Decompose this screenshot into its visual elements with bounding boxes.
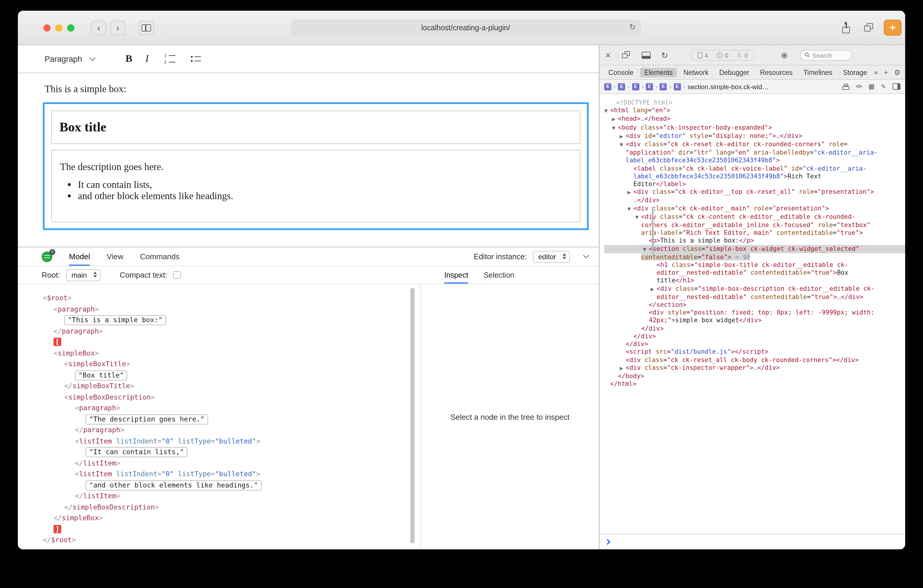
sidebar-toggle-button[interactable] — [139, 21, 154, 35]
model-tree-node[interactable]: <simpleBoxDescription> — [43, 391, 409, 402]
model-tree-scrollbar[interactable] — [411, 287, 415, 547]
back-button[interactable]: ‹ — [91, 21, 107, 35]
dom-tree-node[interactable]: <div style="position: fixed; top: 0px; l… — [604, 309, 905, 317]
dom-tree-node[interactable]: Editor</label> — [604, 180, 905, 188]
model-tree-node[interactable]: </paragraph> — [43, 424, 409, 435]
devtools-tab-elements[interactable]: Elements — [640, 67, 677, 77]
detach-devtools-icon[interactable] — [621, 51, 631, 59]
simple-box-title-field[interactable]: Box title — [51, 110, 580, 144]
expanded-arrow-icon[interactable]: ▼ — [604, 107, 610, 115]
bulleted-list-button[interactable] — [191, 56, 201, 62]
editor-instance-select[interactable]: editor — [533, 251, 570, 263]
editor-list-item[interactable]: It can contain lists, — [78, 179, 580, 191]
dom-tree-node[interactable]: </body> — [604, 372, 905, 380]
editor-list-item[interactable]: and other block elements like headings. — [78, 191, 580, 202]
issues-count[interactable]: i 0 — [716, 51, 728, 59]
dom-tree-node[interactable]: ▼<div class="ck ck-content ck-editor__ed… — [604, 213, 905, 221]
address-bar[interactable]: localhost/creating-a-plugin/ ↻ — [290, 20, 641, 36]
dom-tree-node[interactable]: ▼<div class="ck ck-editor__main" role="p… — [604, 204, 905, 213]
compact-text-checkbox[interactable] — [173, 271, 181, 279]
simple-box-description-field[interactable]: The description goes here. It can contai… — [51, 150, 580, 222]
resource-count[interactable]: 4 — [697, 51, 708, 59]
inspector-tab-view[interactable]: View — [107, 247, 123, 266]
more-tabs-icon[interactable]: » — [874, 68, 878, 76]
dom-tree-node[interactable]: corners ck-editor__editable_inline ck-fo… — [604, 221, 905, 229]
element-badge-icon[interactable]: E — [618, 83, 625, 90]
collapsed-arrow-icon[interactable]: ▶ — [627, 189, 633, 196]
paragraph-dropdown[interactable]: Paragraph — [44, 54, 95, 63]
dom-tree-node[interactable]: aria-label="Rich Text Editor, main" cont… — [604, 229, 905, 237]
pane-tab-inspect[interactable]: Inspect — [444, 266, 468, 284]
devtools-tab-storage[interactable]: Storage — [839, 67, 871, 77]
breadcrumb-current[interactable]: section.simple-box.ck-wid… — [688, 83, 769, 90]
dom-tree-node[interactable]: contenteditable="false"> = $0 — [604, 253, 905, 261]
devtools-reload-icon[interactable]: ↻ — [661, 50, 668, 60]
box-title-text[interactable]: Box title — [52, 120, 107, 135]
settings-gear-icon[interactable]: ⚙ — [894, 68, 900, 76]
expanded-arrow-icon[interactable]: ▼ — [627, 205, 633, 213]
dom-tree-node[interactable]: ▼<section class="simple-box ck-widget ck… — [604, 245, 905, 253]
element-badge-icon[interactable]: E — [604, 83, 611, 90]
model-tree-node[interactable]: [ — [43, 337, 409, 348]
model-tree-node[interactable]: "It can contain lists," — [43, 447, 409, 458]
tab-overview-button[interactable] — [861, 21, 877, 35]
devtools-search-field[interactable]: Search — [800, 50, 852, 60]
element-badge-icon[interactable]: E — [673, 83, 681, 90]
dom-tree-node[interactable]: <h1 class="simple-box-title ck-editor__e… — [604, 261, 905, 269]
model-tree-node[interactable]: <paragraph> — [43, 402, 409, 414]
collapse-inspector-icon[interactable] — [583, 252, 589, 258]
share-button[interactable] — [839, 21, 854, 35]
add-tab-icon[interactable]: + — [884, 68, 888, 76]
brush-icon[interactable]: ✎ — [881, 83, 886, 90]
collapsed-arrow-icon[interactable]: ▶ — [650, 285, 657, 293]
model-tree-node[interactable]: <listItem listIndent="0" listType="bulle… — [43, 468, 409, 480]
collapsed-arrow-icon[interactable]: ▶ — [620, 133, 626, 140]
dom-tree-node[interactable]: "application" dir="ltr" lang="en" aria-l… — [604, 149, 905, 156]
model-tree-node[interactable]: "This is a simple box:" — [43, 315, 409, 325]
dom-tree-node[interactable]: ▶<div class="ck-inspector-wrapper">…</di… — [604, 363, 905, 372]
root-select[interactable]: main — [66, 269, 100, 281]
model-tree-node[interactable]: <paragraph> — [43, 304, 409, 315]
expanded-arrow-icon[interactable]: ▼ — [612, 124, 618, 132]
collapsed-arrow-icon[interactable]: ▶ — [612, 116, 618, 123]
grid-icon[interactable]: ▦ — [868, 83, 875, 90]
scrollbar-thumb[interactable] — [411, 288, 414, 544]
model-tree-node[interactable]: "and other block elements like headings.… — [43, 480, 409, 491]
dom-tree-node[interactable]: ▶<div id="editor" style="display: none;"… — [604, 132, 905, 140]
model-tree-node[interactable]: </paragraph> — [43, 325, 409, 337]
model-tree-node[interactable]: </simpleBox> — [43, 512, 409, 524]
dom-tree-node[interactable]: </html> — [604, 380, 905, 388]
dom-tree-node[interactable]: …</div> — [604, 197, 905, 204]
inspector-tab-commands[interactable]: Commands — [140, 247, 180, 266]
reload-icon[interactable]: ↻ — [629, 23, 636, 31]
dom-tree-node[interactable]: ▶<div class="simple-box-description ck-e… — [604, 284, 905, 293]
quick-console[interactable] — [599, 534, 905, 549]
code-icon[interactable]: </> — [856, 84, 862, 89]
dom-tree-node[interactable]: <label class="ck ck-label ck-voice-label… — [604, 164, 905, 172]
close-devtools-button[interactable]: × — [605, 50, 611, 60]
dom-tree-node[interactable]: 42px;">simple box widget</div> — [604, 317, 905, 324]
model-tree-node[interactable]: </$root> — [43, 534, 409, 545]
new-tab-button[interactable]: + — [884, 20, 902, 36]
devtools-tab-debugger[interactable]: Debugger — [715, 67, 754, 77]
model-tree-node[interactable]: </simpleBoxTitle> — [43, 381, 409, 391]
dom-tree-node[interactable]: <p>This is a simple box:</p> — [604, 237, 905, 245]
expanded-arrow-icon[interactable]: ▼ — [635, 214, 641, 221]
bold-button[interactable]: B — [125, 53, 132, 65]
dom-tree-node[interactable]: editor__nested-editable" contenteditable… — [604, 293, 905, 301]
expanded-arrow-icon[interactable]: ▼ — [620, 141, 626, 149]
dom-tree-node[interactable]: ▶<head>…</head> — [604, 115, 905, 123]
model-tree-node[interactable]: ] — [43, 524, 409, 534]
devtools-tab-network[interactable]: Network — [679, 67, 713, 77]
dom-tree-node[interactable]: ▼<html lang="en"> — [604, 107, 905, 115]
collapsed-arrow-icon[interactable]: ▶ — [620, 364, 626, 372]
dom-tree-node[interactable]: label_e63cbbfece34c53ce23501062343f49b8"… — [604, 172, 905, 180]
model-tree-node[interactable]: "The description goes here." — [43, 414, 409, 424]
devtools-tab-resources[interactable]: Resources — [756, 67, 797, 77]
details-sidebar-icon[interactable] — [893, 83, 900, 90]
pane-tab-selection[interactable]: Selection — [484, 266, 514, 284]
close-window-button[interactable] — [43, 24, 51, 31]
element-picker-icon[interactable]: ⊕ — [781, 50, 788, 60]
dom-tree-node[interactable]: <!DOCTYPE html> — [604, 99, 905, 107]
box-description-text[interactable]: The description goes here. — [52, 150, 580, 173]
